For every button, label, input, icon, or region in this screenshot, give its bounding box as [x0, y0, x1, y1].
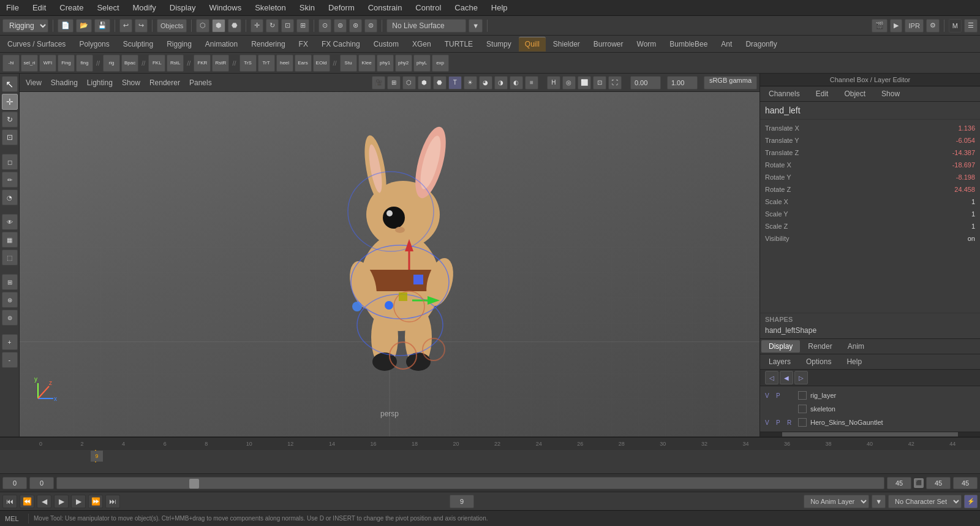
icon-backpac[interactable]: Bpac: [121, 55, 138, 72]
menu-file[interactable]: File: [4, 2, 21, 13]
rotate-tool-btn[interactable]: ↻: [2, 112, 18, 128]
next-frame-btn[interactable]: ▶: [71, 495, 86, 508]
goto-end-btn[interactable]: ⏭: [105, 495, 120, 508]
icon-rig-quill[interactable]: rig: [103, 55, 120, 72]
vp-menu-lighting[interactable]: Lighting: [83, 78, 116, 87]
rotate-tool[interactable]: ↻: [266, 19, 279, 32]
hud-btn[interactable]: H: [547, 76, 560, 90]
icon-studio-i[interactable]: Stu: [340, 55, 357, 72]
wireframe-btn[interactable]: ⬡: [402, 76, 416, 90]
range-end3-input[interactable]: [953, 477, 978, 489]
layer-arrow-mid[interactable]: ◀: [780, 371, 793, 384]
vp-menu-view[interactable]: View: [22, 78, 45, 87]
tex-btn[interactable]: T: [448, 76, 462, 90]
menu-skeleton[interactable]: Skeleton: [252, 2, 288, 13]
settings-btn[interactable]: ☰: [964, 19, 978, 32]
render-view[interactable]: 🎬: [872, 19, 888, 32]
paint-select[interactable]: ✏: [2, 172, 18, 188]
range-lock-btn[interactable]: ⬛: [914, 478, 924, 488]
vp-menu-renderer[interactable]: Renderer: [146, 78, 184, 87]
smooth-btn[interactable]: ⬢: [418, 76, 431, 90]
disp-tab-anim[interactable]: Anim: [840, 340, 872, 353]
layer-row[interactable]: VPRHero_Skins_NoGauntlet: [760, 416, 980, 429]
tab-burrower[interactable]: Burrower: [587, 37, 630, 51]
range-end2-input[interactable]: [926, 477, 951, 489]
icon-ears-old[interactable]: EOld: [313, 55, 330, 72]
icon-fk-rhar[interactable]: FKR: [194, 55, 211, 72]
viewport-canvas[interactable]: persp x y z: [20, 92, 760, 436]
scale-tool-btn[interactable]: ⊡: [2, 129, 18, 145]
vp-menu-panels[interactable]: Panels: [186, 78, 216, 87]
tab-rigging[interactable]: Rigging: [160, 37, 198, 51]
new-btn[interactable]: 📄: [58, 19, 74, 32]
soft-select[interactable]: ◔: [2, 189, 18, 205]
snap4[interactable]: ⊜: [364, 19, 377, 32]
vp-menu-shading[interactable]: Shading: [47, 78, 81, 87]
icon-trans-ti[interactable]: TrT: [258, 55, 275, 72]
lasso-tool[interactable]: ⬢: [212, 19, 225, 32]
grid-vis-btn[interactable]: ⊞: [387, 76, 401, 90]
snap1[interactable]: ⊙: [318, 19, 331, 32]
menu-skin[interactable]: Skin: [297, 2, 317, 13]
icon-fingers[interactable]: Fing: [58, 55, 75, 72]
display-tool[interactable]: ▦: [2, 232, 18, 248]
tab-curves-surfaces[interactable]: Curves / Surfaces: [1, 37, 72, 51]
lasso-select[interactable]: ◻: [2, 154, 18, 170]
goto-start-btn[interactable]: ⏮: [2, 495, 17, 508]
tab-bumblebee[interactable]: BumbleBee: [663, 37, 714, 51]
channel-row[interactable]: Translate X1.136: [760, 122, 980, 134]
menu-deform[interactable]: Deform: [326, 2, 357, 13]
icon-fk-lhar[interactable]: FKL: [148, 55, 165, 72]
no-live-surface[interactable]: No Live Surface: [386, 19, 466, 32]
menu-windows[interactable]: Windows: [206, 2, 244, 13]
select-tool[interactable]: ⬡: [196, 19, 209, 32]
snap2[interactable]: ⊚: [334, 19, 347, 32]
icon-hi[interactable]: -hi: [2, 55, 20, 72]
menu-edit[interactable]: Edit: [30, 2, 48, 13]
next-key-btn[interactable]: ⏩: [88, 495, 103, 508]
light-btn[interactable]: ☀: [464, 76, 477, 90]
panel-btn[interactable]: ⬜: [578, 76, 591, 90]
layer-row[interactable]: VPrig_layer: [760, 389, 980, 402]
zoom-prev[interactable]: -: [2, 352, 18, 368]
icon-heel-rol[interactable]: heel: [276, 55, 293, 72]
transform-tool[interactable]: ⊞: [296, 19, 309, 32]
depth-btn[interactable]: ◐: [510, 76, 523, 90]
tab-worm[interactable]: Worm: [631, 37, 663, 51]
menu-select[interactable]: Select: [94, 2, 121, 13]
open-btn[interactable]: 📂: [76, 19, 92, 32]
menu-modify[interactable]: Modify: [130, 2, 159, 13]
prev-key-btn[interactable]: ⏪: [20, 495, 34, 508]
menu-create[interactable]: Create: [57, 2, 86, 13]
objects-btn[interactable]: Objects: [157, 19, 187, 32]
ch-tab-edit[interactable]: Edit: [809, 88, 836, 100]
anim-layer-dropdown[interactable]: No Anim Layer: [804, 495, 869, 508]
menu-display[interactable]: Display: [167, 2, 198, 13]
disp-settings[interactable]: ⚙: [926, 19, 940, 32]
icon-reset-ll[interactable]: RstL: [167, 55, 184, 72]
icon-phy1[interactable]: phy1: [377, 55, 394, 72]
icon-ears[interactable]: Ears: [295, 55, 312, 72]
range-start-input[interactable]: [2, 477, 27, 489]
layer-tab-layers[interactable]: Layers: [761, 356, 798, 368]
tab-dragonfly[interactable]: Dragonfly: [739, 37, 783, 51]
icon-export[interactable]: exp: [432, 55, 449, 72]
range-start2-input[interactable]: [29, 477, 54, 489]
fullscreen-btn[interactable]: ⛶: [608, 76, 622, 90]
menu-constrain[interactable]: Constrain: [366, 2, 405, 13]
disp-tab-display[interactable]: Display: [761, 340, 800, 353]
disp-tab-render[interactable]: Render: [801, 340, 839, 353]
char-set-icon[interactable]: ⚡: [964, 495, 978, 508]
grid-btn[interactable]: ⊞: [2, 274, 18, 290]
play-btn[interactable]: ▶: [54, 495, 69, 508]
render-region[interactable]: ⬚: [2, 250, 18, 265]
isolate-btn[interactable]: ◎: [562, 76, 576, 90]
char-set-dropdown[interactable]: No Character Set: [888, 495, 962, 508]
tab-ant[interactable]: Ant: [715, 37, 738, 51]
tab-stumpy[interactable]: Stumpy: [480, 37, 518, 51]
snap-grid[interactable]: ⊛: [2, 292, 18, 308]
scale-tool[interactable]: ⊡: [281, 19, 294, 32]
ipr-btn[interactable]: IPR: [905, 19, 923, 32]
channel-row[interactable]: Rotate Z24.458: [760, 183, 980, 196]
mode-dropdown[interactable]: Rigging: [2, 19, 48, 32]
